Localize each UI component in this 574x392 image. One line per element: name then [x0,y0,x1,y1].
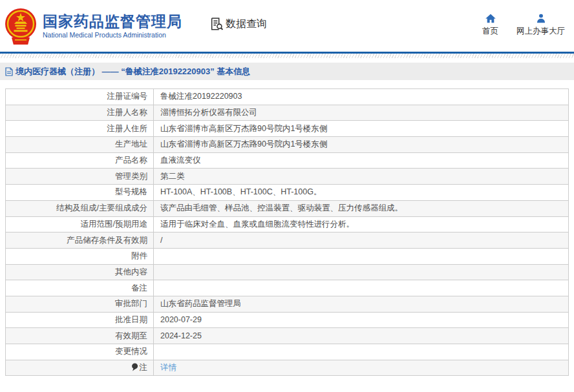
row-value: 淄博恒拓分析仪器有限公司 [154,105,569,121]
table-row: 产品名称血液流变仪 [6,152,569,169]
row-label: 有效期至 [6,328,154,344]
table-row: 注册人名称淄博恒拓分析仪器有限公司 [6,105,569,121]
agency-names: 国家药品监督管理局 National Medical Products Admi… [43,13,182,39]
row-value [154,248,569,264]
row-value: 血液流变仪 [154,152,569,169]
row-label-text: 注册证编号 [107,92,148,101]
row-value-text: 该产品由毛细管、样品池、控温装置、驱动装置、压力传感器组成。 [160,203,403,212]
home-icon [485,13,496,24]
row-value-text: HT-100A、HT-100B、HT-100C、HT-100G。 [160,187,321,196]
details-link[interactable]: 详情 [160,363,176,372]
row-label-text: 适用范围/预期用途 [81,220,147,229]
row-label: 产品储存条件及有效期 [6,232,154,249]
row-value-text: 2024-12-25 [160,331,202,340]
row-label: 生产地址 [6,137,154,153]
row-value: 山东省淄博市高新区万杰路90号院内1号楼东侧 [154,137,569,153]
table-row: 有效期至2024-12-25 [6,328,569,344]
nav-home-label: 首页 [482,26,498,37]
row-label-text: 有效期至 [115,331,147,340]
nav-data-query-label: 数据查询 [226,17,267,31]
pin-icon [131,363,138,371]
row-label-text: 注册人名称 [107,108,148,117]
row-value-text: 2020-07-29 [160,315,202,324]
row-value: 适用于临床对全血、血浆或血细胞流变特性进行分析。 [154,216,569,232]
row-label: 型号规格 [6,185,154,201]
table-row: 变更情况 [6,344,569,360]
row-label: 审批部门 [6,296,154,312]
row-label-text: 注 [140,363,148,372]
row-value-text: / [160,236,162,245]
page-title-bar: 境内医疗器械（注册） —— “鲁械注准20192220903” 基本信息 [0,63,574,80]
table-row: 备注 [6,280,569,296]
table-row: 生产地址山东省淄博市高新区万杰路90号院内1号楼东侧 [6,137,569,153]
table-row: 注册证编号鲁械注准20192220903 [6,89,569,105]
row-label: 附件 [6,248,154,264]
row-value-text: 鲁械注准20192220903 [160,92,242,101]
row-value: 山东省淄博市高新区万杰路90号院内1号楼东侧 [154,121,569,137]
info-table: 注册证编号鲁械注准20192220903注册人名称淄博恒拓分析仪器有限公司注册人… [5,88,569,376]
row-label-text: 产品名称 [115,156,147,165]
row-label: 结构及组成/主要组成成分 [6,200,154,216]
nav-home[interactable]: 首页 [482,13,498,37]
national-emblem-icon [3,8,38,45]
info-table-body: 注册证编号鲁械注准20192220903注册人名称淄博恒拓分析仪器有限公司注册人… [6,89,569,376]
row-label-text: 注册人住所 [107,124,148,133]
row-label-text: 变更情况 [115,347,147,356]
row-value: 该产品由毛细管、样品池、控温装置、驱动装置、压力传感器组成。 [154,200,569,216]
row-label-text: 型号规格 [115,187,147,196]
row-value: 山东省药品监督管理局 [154,296,569,312]
row-value: 鲁械注准20192220903 [154,89,569,105]
row-value [154,280,569,296]
row-label-text: 批准日期 [115,315,147,324]
row-label-text: 结构及组成/主要组成成分 [56,203,147,212]
row-label-text: 审批部门 [115,299,147,308]
table-row: 适用范围/预期用途适用于临床对全血、血浆或血细胞流变特性进行分析。 [6,216,569,232]
agency-logo[interactable]: 国家药品监督管理局 National Medical Products Admi… [3,6,182,45]
row-value [154,264,569,280]
row-value-text: 适用于临床对全血、血浆或血细胞流变特性进行分析。 [160,220,354,229]
row-value: 2020-07-29 [154,312,569,328]
table-row: 附件 [6,248,569,264]
site-header: 国家药品监督管理局 National Medical Products Admi… [0,0,574,52]
row-value: / [154,232,569,249]
agency-name-zh: 国家药品监督管理局 [43,13,182,30]
row-label-text: 管理类别 [115,172,147,181]
row-label-text: 生产地址 [115,139,147,149]
hatch-band [0,54,574,58]
person-icon [535,13,547,24]
row-value-text: 淄博恒拓分析仪器有限公司 [160,108,257,117]
header-right-nav: 首页 网上办事大厅 [482,13,565,37]
row-value-text: 血液流变仪 [160,156,201,165]
row-value-text: 山东省药品监督管理局 [160,299,241,308]
row-label: 备注 [6,280,154,296]
table-row: 批准日期2020-07-29 [6,312,569,328]
row-label: 管理类别 [6,169,154,185]
page: { "header": { "agency_name_zh": "国家药品监督管… [0,0,574,392]
row-label-text: 附件 [131,251,147,260]
registration-info: 注册证编号鲁械注准20192220903注册人名称淄博恒拓分析仪器有限公司注册人… [5,88,569,376]
nav-data-query[interactable]: 数据查询 [209,17,267,31]
row-label-text: 产品储存条件及有效期 [67,236,147,245]
nav-service-hall-label: 网上办事大厅 [516,26,565,37]
row-label: 批准日期 [6,312,154,328]
row-value: 详情 [154,360,569,376]
row-label: 注册人住所 [6,121,154,137]
row-label: 注册人名称 [6,105,154,121]
row-label-text: 其他内容 [115,267,147,276]
row-label-text: 备注 [131,284,147,293]
page-title: 境内医疗器械（注册） —— “鲁械注准20192220903” 基本信息 [16,66,250,77]
document-icon [5,67,13,76]
row-value: 2024-12-25 [154,328,569,344]
agency-name-en: National Medical Products Administration [43,31,182,39]
row-label: 注 [6,360,154,376]
table-row: 产品储存条件及有效期/ [6,232,569,249]
nav-service-hall[interactable]: 网上办事大厅 [516,13,565,37]
row-value-text: 第二类 [160,172,185,181]
row-value: 第二类 [154,169,569,185]
row-label: 产品名称 [6,152,154,169]
table-row: 结构及组成/主要组成成分该产品由毛细管、样品池、控温装置、驱动装置、压力传感器组… [6,200,569,216]
row-value [154,344,569,360]
table-row: 管理类别第二类 [6,169,569,185]
table-row: 注册人住所山东省淄博市高新区万杰路90号院内1号楼东侧 [6,121,569,137]
row-value-text: 山东省淄博市高新区万杰路90号院内1号楼东侧 [160,124,327,133]
